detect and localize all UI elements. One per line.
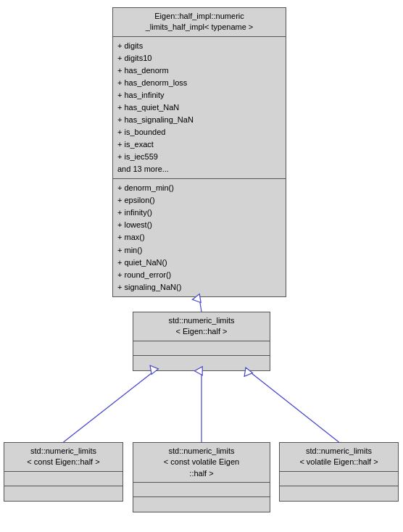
middle-box-attributes — [133, 341, 270, 356]
middle-box-methods — [133, 356, 270, 370]
bottom-right-title-line1: std::numeric_limits — [306, 446, 372, 455]
attr-has-signaling-nan: + has_signaling_NaN — [117, 114, 281, 126]
method-max: + max() — [117, 231, 281, 244]
bottom-left-attributes — [4, 472, 122, 486]
top-box-methods: + denorm_min() + epsilon() + infinity() … — [113, 179, 286, 296]
method-denorm-min: + denorm_min() — [117, 182, 281, 194]
bottom-left-title: std::numeric_limits < const Eigen::half … — [4, 443, 122, 472]
middle-title-line1: std::numeric_limits — [168, 316, 234, 325]
method-quiet-nan: + quiet_NaN() — [117, 257, 281, 269]
bottom-left-methods — [4, 486, 122, 501]
attr-is-exact: + is_exact — [117, 138, 281, 151]
bottom-center-methods — [133, 497, 270, 512]
top-box-title: Eigen::half_impl::numeric _limits_half_i… — [113, 8, 286, 37]
arr-bl-mid — [64, 371, 155, 442]
attr-and-more: and 13 more... — [117, 163, 281, 175]
bottom-left-box: std::numeric_limits < const Eigen::half … — [4, 442, 123, 502]
bottom-center-box: std::numeric_limits < const volatile Eig… — [133, 442, 270, 512]
bottom-left-title-line2: < const Eigen::half > — [27, 457, 99, 466]
method-infinity: + infinity() — [117, 207, 281, 219]
top-box-title-line2: _limits_half_impl< typename > — [146, 22, 254, 31]
bottom-center-title: std::numeric_limits < const volatile Eig… — [133, 443, 270, 483]
attr-digits10: + digits10 — [117, 52, 281, 65]
bottom-center-title-line1: std::numeric_limits — [168, 446, 234, 455]
attr-has-denorm: + has_denorm — [117, 65, 281, 77]
method-lowest: + lowest() — [117, 219, 281, 231]
diagram-container: Eigen::half_impl::numeric _limits_half_i… — [0, 0, 403, 532]
method-epsilon: + epsilon() — [117, 194, 281, 207]
middle-title-line2: < Eigen::half > — [176, 327, 228, 336]
attr-has-denorm-loss: + has_denorm_loss — [117, 77, 281, 89]
bottom-right-title: std::numeric_limits < volatile Eigen::ha… — [280, 443, 398, 472]
bottom-center-attributes — [133, 483, 270, 497]
attr-is-iec559: + is_iec559 — [117, 151, 281, 163]
middle-box: std::numeric_limits < Eigen::half > — [133, 312, 270, 371]
bottom-right-box: std::numeric_limits < volatile Eigen::ha… — [279, 442, 399, 502]
middle-box-title: std::numeric_limits < Eigen::half > — [133, 312, 270, 341]
arr-mid-top — [199, 299, 202, 312]
bottom-right-methods — [280, 486, 398, 501]
method-signaling-nan: + signaling_NaN() — [117, 281, 281, 294]
top-box-attributes: + digits + digits10 + has_denorm + has_d… — [113, 37, 286, 180]
bottom-right-attributes — [280, 472, 398, 486]
attr-is-bounded: + is_bounded — [117, 126, 281, 138]
arr-br-mid — [249, 371, 339, 442]
bottom-right-title-line2: < volatile Eigen::half > — [299, 457, 378, 466]
bottom-center-title-line3: ::half > — [189, 469, 213, 478]
attr-has-infinity: + has_infinity — [117, 89, 281, 101]
attr-digits: + digits — [117, 40, 281, 52]
bottom-left-title-line1: std::numeric_limits — [30, 446, 96, 455]
attr-has-quiet-nan: + has_quiet_NaN — [117, 101, 281, 114]
bottom-center-title-line2: < const volatile Eigen — [164, 457, 239, 466]
method-min: + min() — [117, 244, 281, 257]
method-round-error: + round_error() — [117, 269, 281, 281]
top-box-title-line1: Eigen::half_impl::numeric — [154, 12, 244, 20]
top-box: Eigen::half_impl::numeric _limits_half_i… — [112, 7, 286, 297]
